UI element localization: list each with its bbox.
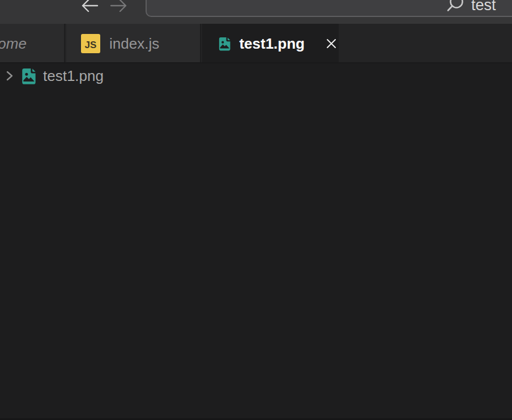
tab-test1-png[interactable]: test1.png: [202, 24, 339, 63]
tab-bar: Welcome JS index.js test1.png: [0, 24, 512, 63]
search-query-text[interactable]: test: [471, 0, 496, 14]
tab-index-js[interactable]: JS index.js: [66, 24, 201, 63]
title-bar: test: [0, 0, 512, 24]
chevron-right-icon[interactable]: [5, 70, 15, 82]
close-icon: [325, 37, 338, 50]
editor-area[interactable]: [0, 88, 512, 418]
image-file-icon: [21, 67, 37, 84]
tab-welcome-label: Welcome: [0, 24, 27, 63]
vscode-window: test Welcome JS index.js test1.png: [0, 0, 512, 420]
tab-test1-png-label: test1.png: [239, 35, 305, 53]
back-arrow-icon[interactable]: [79, 0, 100, 14]
image-file-icon: [218, 35, 231, 53]
forward-arrow-icon[interactable]: [109, 0, 129, 14]
breadcrumb-bar: test1.png: [0, 63, 512, 88]
js-file-icon: JS: [81, 34, 100, 53]
search-icon: [446, 0, 467, 14]
tab-index-js-label: index.js: [109, 35, 159, 53]
close-tab-button[interactable]: [324, 36, 339, 51]
tab-welcome[interactable]: Welcome: [0, 24, 65, 63]
breadcrumb-file-name[interactable]: test1.png: [43, 67, 104, 85]
